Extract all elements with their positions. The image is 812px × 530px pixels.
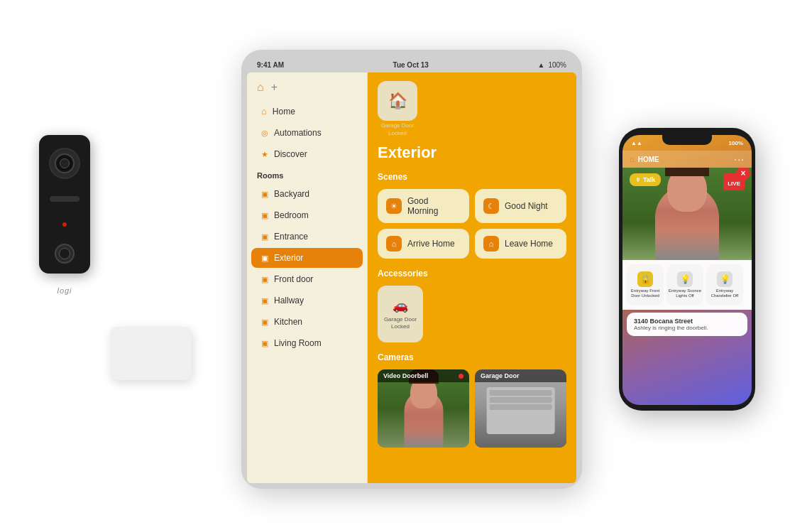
phone-camera-area: 🎙 Talk LIVE × [622, 168, 752, 260]
phone-battery-icon: 100% [729, 140, 743, 146]
doorbell-camera-inner [55, 153, 75, 173]
sidebar-item-exterior[interactable]: ▣ Exterior [251, 248, 363, 268]
room-icon-active: ▣ [261, 254, 268, 263]
sidebar-item-label: Exterior [274, 253, 303, 263]
cameras-section-heading: Cameras [378, 352, 566, 362]
sidebar-home-icon[interactable]: ⌂ [257, 81, 264, 94]
tablet-date: Tue Oct 13 [393, 61, 429, 69]
sidebar-add-icon[interactable]: + [271, 81, 278, 94]
tablet-status-bar: 9:41 AM Tue Oct 13 ▲ 100% [247, 57, 576, 72]
sidebar-item-front-door[interactable]: ▣ Front door [251, 269, 363, 289]
scene-label: Good Night [505, 201, 548, 211]
scene-good-morning[interactable]: ☀ Good Morning [378, 189, 469, 223]
sidebar-item-living-room[interactable]: ▣ Living Room [251, 333, 363, 353]
room-icon: ▣ [261, 211, 268, 220]
camera-label-bar-2: Garage Door [475, 369, 566, 382]
doorbell-speaker-slot [50, 196, 79, 202]
front-door-label: Entryway Front Door Unlocked [627, 288, 664, 298]
camera-live-indicator [459, 374, 463, 379]
phone-menu-dots[interactable]: ··· [734, 153, 745, 165]
phone-home-header: ⌂ HOME ··· [622, 151, 752, 168]
garage-accessory-icon: 🚗 [393, 298, 408, 313]
sidebar-item-label: Discover [274, 149, 307, 159]
cameras-grid: Video Doorbell [378, 369, 566, 448]
phone-home-icon: ⌂ [630, 155, 635, 163]
scene-good-night[interactable]: ☾ Good Night [475, 189, 566, 223]
home-leave-icon: ⌂ [483, 236, 499, 252]
chandelier-label: Entryway Chandelier Off [706, 288, 743, 298]
sidebar-item-label: Living Room [274, 338, 322, 348]
room-icon: ▣ [261, 318, 268, 327]
phone-accessory-sconce-lights[interactable]: 💡 Entryway Sconce Lights Off [666, 264, 703, 305]
notification-text: Ashley is ringing the doorbell. [634, 325, 740, 331]
moon-icon: ☾ [483, 198, 499, 214]
camera-name-label-2: Garage Door [481, 372, 520, 379]
doorbell-device: logi [39, 135, 90, 295]
sidebar-top-icons: ⌂ + [247, 81, 367, 99]
accessory-label: Garage Door Locked [383, 316, 417, 330]
garage-door-icon[interactable]: 🏠 [378, 81, 417, 121]
garage-door-accessory[interactable]: 🚗 Garage Door Locked [378, 286, 423, 342]
main-header: 🏠 Garage Door Locked [378, 81, 566, 136]
scenes-grid: ☀ Good Morning ☾ Good Night ⌂ Arrive Hom… [378, 189, 566, 259]
automations-nav-icon: ◎ [261, 129, 268, 138]
accessories-row: 🚗 Garage Door Locked [378, 286, 566, 342]
doorbell-button-inner [59, 248, 70, 259]
battery-indicator: 100% [548, 61, 566, 69]
camera-name-label: Video Doorbell [383, 372, 428, 379]
sidebar-item-discover[interactable]: ★ Discover [251, 144, 363, 164]
room-icon: ▣ [261, 275, 268, 284]
live-label: LIVE [728, 180, 740, 187]
scene-label: Leave Home [505, 239, 553, 249]
bulb-icon: 💡 [677, 271, 693, 287]
phone-signal-icon: ▲▲ [631, 140, 642, 146]
doorbell-led [62, 222, 67, 227]
room-icon: ▣ [261, 232, 268, 242]
phone-accessories-bar: 🔒 Entryway Front Door Unlocked 💡 Entrywa… [622, 260, 752, 310]
doorbell-brand-logo: logi [57, 286, 72, 295]
scene-leave-home[interactable]: ⌂ Leave Home [475, 229, 566, 259]
tablet-screen: ⌂ + ⌂ Home ◎ Automations ★ Discover Room… [247, 72, 576, 483]
tablet-device: 9:41 AM Tue Oct 13 ▲ 100% ⌂ + ⌂ Home ◎ [241, 50, 582, 489]
sidebar-item-automations[interactable]: ◎ Automations [251, 123, 363, 143]
notification-address: 3140 Bocana Street [634, 318, 740, 325]
sun-icon: ☀ [386, 198, 402, 214]
sconce-lights-label: Entryway Sconce Lights Off [666, 288, 703, 298]
sidebar-item-label: Entrance [274, 232, 308, 242]
camera-garage-door[interactable]: Garage Door [475, 369, 566, 448]
tablet-time: 9:41 AM [257, 61, 284, 69]
chandelier-icon: 💡 [717, 271, 733, 287]
discover-nav-icon: ★ [261, 150, 268, 159]
phone-accessory-chandelier[interactable]: 💡 Entryway Chandelier Off [706, 264, 743, 305]
tablet-status-right: ▲ 100% [538, 61, 566, 69]
sidebar-item-label: Home [273, 107, 295, 117]
accessories-section-heading: Accessories [378, 269, 566, 278]
sidebar-item-hallway[interactable]: ▣ Hallway [251, 291, 363, 310]
sidebar-item-home[interactable]: ⌂ Home [251, 101, 363, 121]
scene-label: Good Morning [407, 196, 461, 216]
doorbell-ring-button[interactable] [55, 244, 75, 264]
sidebar-item-label: Automations [274, 128, 322, 138]
talk-label: Talk [643, 176, 655, 183]
room-icon: ▣ [261, 296, 268, 305]
sidebar-item-label: Kitchen [274, 317, 302, 327]
sidebar-item-bedroom[interactable]: ▣ Bedroom [251, 205, 363, 225]
phone-accessory-front-door[interactable]: 🔒 Entryway Front Door Unlocked [627, 264, 664, 305]
scene-arrive-home[interactable]: ⌂ Arrive Home [378, 229, 469, 259]
doorbell-camera-ring [49, 148, 80, 179]
mic-icon: 🎙 [635, 177, 641, 183]
camera-video-doorbell[interactable]: Video Doorbell [378, 369, 469, 448]
doorbell-camera-lens [60, 158, 70, 168]
sidebar-item-backyard[interactable]: ▣ Backyard [251, 184, 363, 204]
sidebar-item-entrance[interactable]: ▣ Entrance [251, 227, 363, 247]
scenes-section-heading: Scenes [378, 172, 566, 182]
garage-door-status: Locked [388, 130, 407, 136]
white-accessory-device [110, 327, 192, 380]
scene-label: Arrive Home [407, 239, 455, 249]
wifi-icon: ▲ [538, 61, 545, 69]
home-arrive-icon: ⌂ [386, 236, 402, 252]
phone-notification: 3140 Bocana Street Ashley is ringing the… [627, 313, 747, 336]
phone-device: ▲▲ 100% ⌂ HOME ··· 🎙 Talk [619, 128, 755, 411]
sidebar-item-kitchen[interactable]: ▣ Kitchen [251, 312, 363, 332]
phone-talk-button[interactable]: 🎙 Talk [630, 173, 661, 186]
